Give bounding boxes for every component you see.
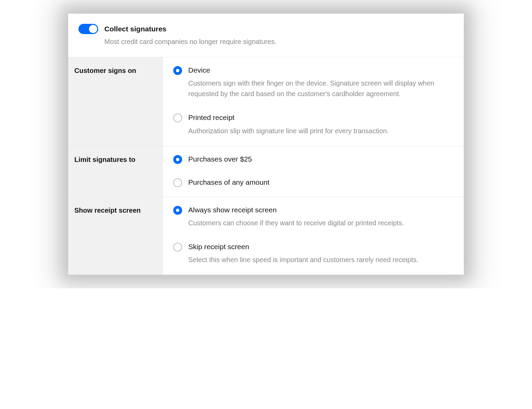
- section-show-receipt-screen: Show receipt screen Always show receipt …: [68, 197, 464, 275]
- option-title: Always show receipt screen: [188, 205, 404, 214]
- toggle-knob-icon: [89, 25, 97, 33]
- header-text: Collect signatures Most credit card comp…: [104, 24, 277, 46]
- option-purchases-any-amount[interactable]: Purchases of any amount: [173, 178, 454, 187]
- radio-unselected-icon[interactable]: [173, 113, 182, 122]
- option-desc: Select this when line speed is important…: [188, 255, 418, 265]
- collect-signatures-subtitle: Most credit card companies no longer req…: [104, 37, 277, 46]
- option-text: Purchases of any amount: [188, 178, 269, 187]
- section-options: Purchases over $25 Purchases of any amou…: [163, 146, 464, 197]
- option-text: Device Customers sign with their finger …: [188, 65, 454, 99]
- option-text: Always show receipt screen Customers can…: [188, 205, 404, 228]
- option-desc: Authorization slip with signature line w…: [188, 126, 389, 136]
- collect-signatures-title: Collect signatures: [104, 25, 277, 33]
- radio-selected-icon[interactable]: [173, 206, 182, 215]
- radio-selected-icon[interactable]: [173, 66, 182, 75]
- option-purchases-over-25[interactable]: Purchases over $25: [173, 154, 454, 164]
- option-device[interactable]: Device Customers sign with their finger …: [173, 65, 454, 99]
- option-always-show-receipt[interactable]: Always show receipt screen Customers can…: [173, 205, 454, 228]
- option-title: Printed receipt: [188, 113, 389, 122]
- section-limit-signatures: Limit signatures to Purchases over $25 P…: [68, 146, 464, 197]
- option-skip-receipt-screen[interactable]: Skip receipt screen Select this when lin…: [173, 242, 454, 265]
- radio-selected-icon[interactable]: [173, 155, 182, 164]
- section-label: Customer signs on: [68, 57, 163, 146]
- collect-signatures-row: Collect signatures Most credit card comp…: [68, 14, 464, 57]
- radio-unselected-icon[interactable]: [173, 243, 182, 252]
- option-text: Skip receipt screen Select this when lin…: [188, 242, 418, 265]
- option-desc: Customers sign with their finger on the …: [188, 78, 454, 99]
- section-label: Limit signatures to: [68, 146, 163, 197]
- option-title: Skip receipt screen: [188, 242, 418, 251]
- option-printed-receipt[interactable]: Printed receipt Authorization slip with …: [173, 113, 454, 136]
- section-options: Device Customers sign with their finger …: [163, 57, 464, 146]
- radio-unselected-icon[interactable]: [173, 178, 182, 187]
- option-desc: Customers can choose if they want to rec…: [188, 218, 404, 228]
- option-title: Purchases over $25: [188, 154, 252, 164]
- settings-panel: Collect signatures Most credit card comp…: [68, 14, 464, 275]
- collect-signatures-toggle[interactable]: [78, 24, 98, 34]
- option-title: Device: [188, 65, 454, 75]
- section-options: Always show receipt screen Customers can…: [163, 197, 464, 275]
- section-label: Show receipt screen: [68, 197, 163, 275]
- option-text: Printed receipt Authorization slip with …: [188, 113, 389, 136]
- option-title: Purchases of any amount: [188, 178, 269, 187]
- option-text: Purchases over $25: [188, 154, 252, 164]
- section-customer-signs-on: Customer signs on Device Customers sign …: [68, 57, 464, 146]
